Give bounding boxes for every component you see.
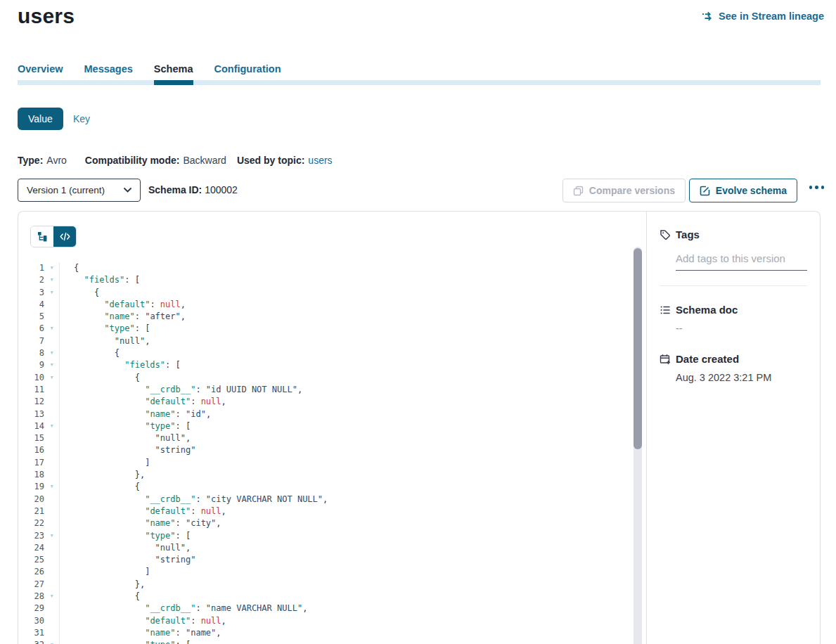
compare-versions-button[interactable]: Compare versions bbox=[562, 179, 686, 202]
code-line: 10▼ { bbox=[18, 372, 632, 384]
schema-metadata-sidebar: Tags Schema doc -- bbox=[646, 212, 820, 644]
code-line: 15 "null", bbox=[18, 432, 632, 444]
code-column: 1▼{2▼ "fields": [3▼ {4 "default": null,5… bbox=[18, 212, 646, 644]
fold-caret-empty bbox=[44, 615, 59, 627]
code-line: 29 "__crdb__": "name VARCHAR NULL", bbox=[18, 603, 632, 614]
fold-caret-empty bbox=[44, 566, 59, 578]
fold-caret-icon[interactable]: ▼ bbox=[44, 481, 59, 493]
line-number: 23 bbox=[18, 530, 44, 542]
fold-caret-empty bbox=[44, 627, 59, 639]
line-number: 8 bbox=[18, 347, 44, 359]
line-number: 26 bbox=[18, 566, 44, 578]
compat-value: Backward bbox=[183, 155, 226, 166]
fold-caret-empty bbox=[44, 542, 59, 554]
tags-title: Tags bbox=[676, 228, 807, 240]
line-number: 2 bbox=[18, 274, 44, 286]
code-view-button[interactable] bbox=[53, 226, 76, 247]
code-line: 20 "__crdb__": "city VARCHAR NOT NULL", bbox=[18, 494, 632, 505]
fold-caret-empty bbox=[44, 299, 59, 311]
code-line: 21 "default": null, bbox=[18, 505, 632, 517]
line-number: 27 bbox=[18, 579, 44, 591]
editor-scrollbar-track[interactable] bbox=[634, 247, 642, 644]
fold-caret-empty bbox=[44, 335, 59, 347]
line-number: 31 bbox=[18, 627, 44, 639]
active-tab-underline bbox=[154, 80, 193, 85]
fold-caret-icon[interactable]: ▼ bbox=[44, 287, 59, 299]
value-toggle-button[interactable]: Value bbox=[18, 108, 63, 130]
code-lines: 1▼{2▼ "fields": [3▼ {4 "default": null,5… bbox=[18, 262, 632, 644]
fold-caret-icon[interactable]: ▼ bbox=[44, 323, 59, 335]
evolve-schema-label: Evolve schema bbox=[716, 185, 787, 196]
schema-page: users See in Stream lineage OverviewMess… bbox=[0, 0, 836, 644]
fold-caret-empty bbox=[44, 579, 59, 591]
fold-caret-icon[interactable]: ▼ bbox=[44, 347, 59, 359]
code-line: 27 }, bbox=[18, 579, 632, 591]
version-select-value: Version 1 (current) bbox=[27, 185, 105, 195]
fold-caret-icon[interactable]: ▼ bbox=[44, 639, 59, 644]
fold-caret-empty bbox=[44, 517, 59, 529]
fold-caret-icon[interactable]: ▼ bbox=[44, 359, 59, 371]
code-line: 6▼ "type": [ bbox=[18, 323, 632, 335]
fold-caret-empty bbox=[44, 469, 59, 481]
stream-lineage-label: See in Stream lineage bbox=[719, 11, 824, 22]
fold-caret-empty bbox=[44, 311, 59, 323]
version-select[interactable]: Version 1 (current) bbox=[18, 179, 141, 202]
fold-caret-icon[interactable]: ▼ bbox=[44, 274, 59, 286]
line-number: 29 bbox=[18, 603, 44, 614]
line-number: 7 bbox=[18, 335, 44, 347]
line-number: 9 bbox=[18, 359, 44, 371]
page-title: users bbox=[18, 4, 75, 28]
fold-caret-icon[interactable]: ▼ bbox=[44, 591, 59, 603]
fold-caret-empty bbox=[44, 444, 59, 456]
line-number: 25 bbox=[18, 554, 44, 566]
line-number: 14 bbox=[18, 420, 44, 432]
editor-scrollbar-thumb[interactable] bbox=[634, 248, 642, 449]
line-number: 18 bbox=[18, 469, 44, 481]
fold-caret-empty bbox=[44, 603, 59, 614]
line-number: 10 bbox=[18, 372, 44, 384]
type-value: Avro bbox=[46, 155, 67, 166]
view-mode-toggle bbox=[30, 226, 77, 247]
schema-code-editor[interactable]: 1▼{2▼ "fields": [3▼ {4 "default": null,5… bbox=[18, 262, 632, 644]
compat-meta: Compatibility mode: Backward bbox=[85, 155, 226, 166]
code-line: 12 "default": null, bbox=[18, 396, 632, 408]
type-label: Type: bbox=[18, 155, 43, 166]
date-created-section: Date created Aug. 3 2022 3:21 PM bbox=[660, 353, 807, 383]
fold-caret-icon[interactable]: ▼ bbox=[44, 420, 59, 432]
line-number: 20 bbox=[18, 494, 44, 505]
see-in-stream-lineage-link[interactable]: See in Stream lineage bbox=[702, 11, 824, 22]
tab-track bbox=[18, 80, 821, 85]
schema-id: Schema ID: 100002 bbox=[148, 184, 238, 195]
fold-caret-icon[interactable]: ▼ bbox=[44, 530, 59, 542]
schema-doc-section: Schema doc -- bbox=[660, 304, 807, 334]
code-line: 18 }, bbox=[18, 469, 632, 481]
line-number: 21 bbox=[18, 505, 44, 517]
edit-square-icon bbox=[700, 186, 710, 196]
code-line: 14▼ "type": [ bbox=[18, 420, 632, 432]
code-line: 22 "name": "city", bbox=[18, 517, 632, 529]
code-line: 2▼ "fields": [ bbox=[18, 274, 632, 286]
fold-caret-empty bbox=[44, 408, 59, 420]
topic-link[interactable]: users bbox=[308, 155, 332, 166]
line-number: 3 bbox=[18, 287, 44, 299]
tags-input[interactable] bbox=[676, 252, 807, 271]
tree-view-icon bbox=[37, 231, 48, 242]
line-number: 22 bbox=[18, 517, 44, 529]
list-icon bbox=[660, 304, 671, 316]
code-line: 13 "name": "id", bbox=[18, 408, 632, 420]
schema-doc-value: -- bbox=[676, 323, 807, 334]
key-toggle-button[interactable]: Key bbox=[73, 113, 90, 124]
chevron-down-icon bbox=[124, 188, 131, 193]
fold-caret-empty bbox=[44, 396, 59, 408]
evolve-schema-button[interactable]: Evolve schema bbox=[689, 179, 797, 202]
code-line: 31 "name": "name", bbox=[18, 627, 632, 639]
more-menu-dots-icon[interactable] bbox=[809, 186, 825, 189]
code-line: 11 "__crdb__": "id UUID NOT NULL", bbox=[18, 384, 632, 396]
fold-caret-icon[interactable]: ▼ bbox=[44, 262, 59, 274]
tree-view-button[interactable] bbox=[31, 226, 53, 247]
code-line: 5 "name": "after", bbox=[18, 311, 632, 323]
fold-caret-icon[interactable]: ▼ bbox=[44, 372, 59, 384]
code-line: 24 "null", bbox=[18, 542, 632, 554]
tags-section: Tags bbox=[660, 228, 807, 271]
code-line: 4 "default": null, bbox=[18, 299, 632, 311]
